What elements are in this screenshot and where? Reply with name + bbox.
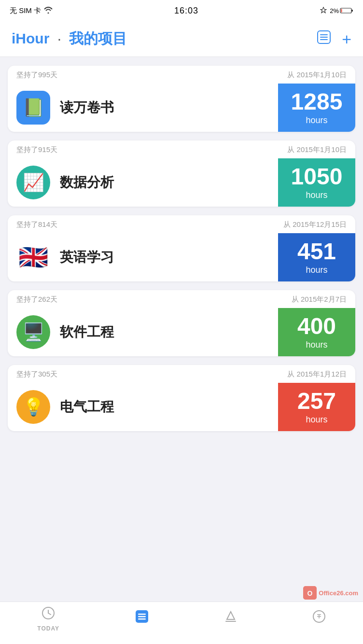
location-icon (320, 7, 327, 15)
svg-rect-1 (351, 10, 353, 12)
tab-more[interactable] (312, 610, 326, 629)
project-main-3: 🇬🇧 英语学习 451 hours (8, 233, 355, 281)
project-main-5: 💡 电气工程 257 hours (8, 383, 355, 431)
status-time: 16:03 (174, 6, 198, 16)
tab-today-label: TODAY (37, 625, 59, 632)
header-actions: + (317, 30, 351, 48)
svg-line-11 (48, 613, 51, 615)
project-since-1: 从 2015年1月10日 (287, 70, 347, 80)
add-project-icon[interactable]: + (342, 31, 351, 47)
project-since-2: 从 2015年1月10日 (287, 145, 347, 154)
stats-icon (224, 610, 237, 627)
project-hours-4: 400 hours (278, 308, 355, 356)
project-meta-5: 坚持了305天 从 2015年1月12日 (8, 365, 355, 383)
carrier-text: 无 SIM 卡 (10, 6, 41, 15)
project-card-read-books[interactable]: 坚持了995天 从 2015年1月10日 📗 读万卷书 1285 hours (8, 66, 355, 132)
project-icon-5: 💡 (16, 390, 50, 424)
watermark-text: Office26.com (319, 589, 358, 597)
wifi-icon (44, 7, 53, 15)
tab-bar: TODAY (0, 602, 363, 644)
project-hours-1: 1285 hours (278, 84, 355, 132)
separator: · (57, 30, 61, 46)
project-meta: 坚持了995天 从 2015年1月10日 (8, 66, 355, 84)
project-meta-4: 坚持了262天 从 2015年2月7日 (8, 290, 355, 308)
project-card-english[interactable]: 坚持了814天 从 2015年12月15日 🇬🇧 英语学习 451 hours (8, 215, 355, 281)
status-battery-area: 2% (320, 7, 353, 15)
project-icon-2: 📈 (16, 166, 50, 199)
project-name-1: 读万卷书 (50, 98, 278, 117)
project-main-4: 🖥️ 软件工程 400 hours (8, 308, 355, 356)
project-since-3: 从 2015年12月15日 (283, 220, 347, 229)
project-since-4: 从 2015年2月7日 (292, 295, 347, 304)
project-days-4: 坚持了262天 (16, 295, 57, 304)
svg-rect-2 (341, 9, 342, 13)
svg-rect-5 (320, 37, 328, 38)
tab-stats[interactable] (224, 610, 237, 629)
more-icon (312, 610, 326, 627)
project-card-software[interactable]: 坚持了262天 从 2015年2月7日 🖥️ 软件工程 400 hours (8, 290, 355, 356)
project-icon-4: 🖥️ (16, 315, 50, 349)
project-meta-2: 坚持了915天 从 2015年1月10日 (8, 140, 355, 158)
list-view-icon[interactable] (317, 30, 331, 48)
project-hours-2: 1050 hours (278, 158, 355, 207)
project-name-4: 软件工程 (50, 323, 278, 341)
project-days-1: 坚持了995天 (16, 70, 57, 80)
svg-rect-4 (320, 34, 328, 35)
svg-rect-14 (138, 616, 146, 617)
watermark-icon: O (303, 586, 317, 600)
tab-projects[interactable] (134, 609, 150, 630)
project-hours-3: 451 hours (278, 233, 355, 281)
battery-icon: 2% (330, 7, 353, 14)
header-title: iHour · 我的项目 (12, 29, 127, 49)
project-hours-5: 257 hours (278, 383, 355, 431)
project-name-5: 电气工程 (50, 398, 278, 416)
project-days-3: 坚持了814天 (16, 220, 57, 229)
project-card-data-analysis[interactable]: 坚持了915天 从 2015年1月10日 📈 数据分析 1050 hours (8, 140, 355, 207)
projects-icon (134, 609, 150, 628)
project-main-2: 📈 数据分析 1050 hours (8, 158, 355, 207)
app-header: iHour · 我的项目 + (0, 21, 363, 57)
project-name-3: 英语学习 (50, 248, 278, 266)
today-icon (42, 606, 55, 623)
project-meta-3: 坚持了814天 从 2015年12月15日 (8, 215, 355, 233)
tab-today[interactable]: TODAY (37, 606, 59, 632)
project-since-5: 从 2015年1月12日 (287, 370, 347, 379)
svg-rect-6 (320, 39, 328, 40)
svg-rect-15 (138, 618, 146, 620)
project-card-electrical[interactable]: 坚持了305天 从 2015年1月12日 💡 电气工程 257 hours (8, 365, 355, 431)
status-bar: 无 SIM 卡 16:03 2% (0, 0, 363, 21)
app-name: iHour (12, 30, 49, 46)
page-title: 我的项目 (69, 30, 127, 46)
project-name-2: 数据分析 (50, 173, 278, 192)
project-days-2: 坚持了915天 (16, 145, 57, 154)
project-days-5: 坚持了305天 (16, 370, 57, 379)
projects-list: 坚持了995天 从 2015年1月10日 📗 读万卷书 1285 hours 坚… (0, 57, 363, 479)
watermark: O Office26.com (303, 586, 358, 600)
svg-rect-13 (138, 614, 146, 615)
svg-text:O: O (307, 589, 313, 597)
status-carrier: 无 SIM 卡 (10, 6, 53, 15)
project-icon-1: 📗 (16, 91, 50, 125)
project-main-1: 📗 读万卷书 1285 hours (8, 84, 355, 132)
project-icon-3: 🇬🇧 (16, 240, 50, 274)
